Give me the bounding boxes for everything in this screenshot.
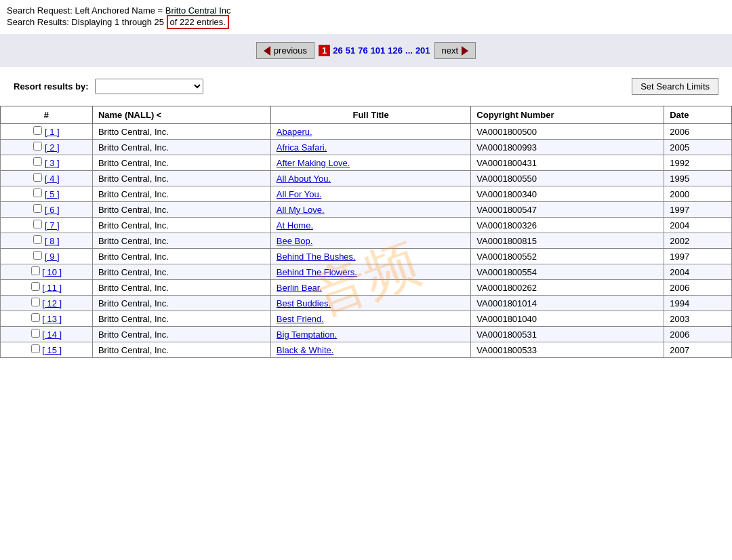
row-title-link[interactable]: Behind The Flowers. — [277, 267, 357, 277]
row-title-cell: Berlin Bear. — [270, 280, 470, 296]
next-button[interactable]: next — [434, 42, 476, 59]
row-title-link[interactable]: Behind The Bushes. — [277, 252, 356, 262]
row-title-link[interactable]: Africa Safari. — [277, 142, 327, 153]
table-row: [ 13 ]Britto Central, Inc.Best Friend.VA… — [1, 311, 732, 327]
page-126[interactable]: 126 — [388, 45, 403, 56]
row-num-cell: [ 5 ] — [1, 186, 93, 202]
page-1[interactable]: 1 — [319, 45, 330, 56]
row-title-link[interactable]: All About You. — [277, 174, 331, 184]
row-checkbox[interactable] — [33, 142, 42, 151]
row-checkbox[interactable] — [31, 282, 40, 291]
row-num-link[interactable]: [ 15 ] — [42, 345, 62, 355]
page-101[interactable]: 101 — [371, 45, 386, 56]
page-26[interactable]: 26 — [333, 45, 342, 56]
row-num-link[interactable]: [ 11 ] — [42, 283, 62, 293]
row-name-cell: Britto Central, Inc. — [92, 264, 270, 280]
row-checkbox[interactable] — [33, 251, 42, 260]
row-date-cell: 2004 — [664, 264, 732, 280]
row-title-cell: All My Love. — [270, 202, 470, 218]
col-header-num: # — [1, 106, 93, 124]
ellipsis: ... — [405, 45, 413, 56]
row-title-link[interactable]: Abaperu. — [277, 127, 312, 137]
prev-button[interactable]: previous — [256, 42, 314, 59]
row-num-link[interactable]: [ 4 ] — [45, 174, 60, 184]
row-num-link[interactable]: [ 7 ] — [45, 220, 60, 231]
page-numbers: 1 26 51 76 101 126 ... 201 — [317, 45, 432, 56]
row-title-cell: At Home. — [270, 218, 470, 233]
table-row: [ 7 ]Britto Central, Inc.At Home.VA00018… — [1, 218, 732, 233]
row-copyright-cell: VA0001800547 — [471, 202, 664, 218]
row-title-link[interactable]: Big Temptation. — [277, 329, 337, 340]
row-title-link[interactable]: Berlin Bear. — [277, 283, 322, 293]
row-num-link[interactable]: [ 9 ] — [45, 252, 60, 262]
row-title-link[interactable]: Black & White. — [277, 345, 334, 355]
row-checkbox[interactable] — [33, 220, 42, 228]
row-name-cell: Britto Central, Inc. — [92, 202, 270, 218]
row-title-link[interactable]: Best Buddies. — [277, 298, 331, 308]
table-row: [ 6 ]Britto Central, Inc.All My Love.VA0… — [1, 202, 732, 218]
resort-bar: Resort results by: Name Title Copyright … — [0, 71, 732, 102]
row-checkbox[interactable] — [33, 173, 42, 182]
row-checkbox[interactable] — [33, 126, 42, 135]
row-checkbox[interactable] — [33, 204, 42, 213]
row-num-link[interactable]: [ 3 ] — [45, 158, 60, 168]
row-title-cell: Best Friend. — [270, 311, 470, 327]
page-51[interactable]: 51 — [346, 45, 355, 56]
row-copyright-cell: VA0001800531 — [471, 327, 664, 342]
row-checkbox[interactable] — [31, 266, 40, 275]
table-row: [ 12 ]Britto Central, Inc.Best Buddies.V… — [1, 296, 732, 311]
row-num-link[interactable]: [ 13 ] — [42, 314, 62, 324]
next-label: next — [442, 45, 459, 56]
row-num-link[interactable]: [ 12 ] — [42, 298, 62, 308]
row-copyright-cell: VA0001800326 — [471, 218, 664, 233]
row-title-link[interactable]: All For You. — [277, 189, 322, 199]
row-num-cell: [ 9 ] — [1, 249, 93, 264]
row-title-cell: All For You. — [270, 186, 470, 202]
row-num-link[interactable]: [ 8 ] — [45, 236, 60, 246]
row-num-cell: [ 8 ] — [1, 233, 93, 249]
row-title-cell: Behind The Bushes. — [270, 249, 470, 264]
row-title-cell: All About You. — [270, 171, 470, 186]
table-row: [ 15 ]Britto Central, Inc.Black & White.… — [1, 342, 732, 358]
row-num-cell: [ 12 ] — [1, 296, 93, 311]
row-copyright-cell: VA0001800533 — [471, 342, 664, 358]
row-checkbox[interactable] — [33, 235, 42, 244]
col-header-copyright: Copyright Number — [471, 106, 664, 124]
row-num-link[interactable]: [ 6 ] — [45, 205, 60, 215]
resort-select[interactable]: Name Title Copyright Number Date — [95, 79, 203, 94]
row-num-link[interactable]: [ 1 ] — [45, 127, 60, 137]
row-title-cell: Black & White. — [270, 342, 470, 358]
row-num-cell: [ 14 ] — [1, 327, 93, 342]
row-checkbox[interactable] — [31, 344, 40, 353]
row-checkbox[interactable] — [33, 188, 42, 197]
row-num-link[interactable]: [ 10 ] — [42, 267, 62, 277]
set-search-limits-button[interactable]: Set Search Limits — [632, 78, 718, 95]
row-title-link[interactable]: Bee Bop. — [277, 236, 313, 246]
row-num-link[interactable]: [ 14 ] — [42, 329, 62, 340]
col-header-name: Name (NALL) < — [92, 106, 270, 124]
row-checkbox[interactable] — [31, 313, 40, 322]
row-title-link[interactable]: All My Love. — [277, 205, 325, 215]
row-name-cell: Britto Central, Inc. — [92, 249, 270, 264]
row-name-cell: Britto Central, Inc. — [92, 155, 270, 171]
page-76[interactable]: 76 — [358, 45, 367, 56]
results-prefix: Search Results: Displaying 1 through 25 — [7, 17, 167, 27]
row-title-link[interactable]: After Making Love. — [277, 158, 350, 168]
row-name-cell: Britto Central, Inc. — [92, 186, 270, 202]
row-num-cell: [ 4 ] — [1, 171, 93, 186]
row-title-cell: Best Buddies. — [270, 296, 470, 311]
row-checkbox[interactable] — [31, 329, 40, 338]
row-copyright-cell: VA0001801040 — [471, 311, 664, 327]
row-checkbox[interactable] — [33, 157, 42, 166]
row-num-link[interactable]: [ 2 ] — [45, 142, 60, 153]
row-checkbox[interactable] — [31, 298, 40, 306]
row-title-link[interactable]: At Home. — [277, 220, 313, 231]
row-date-cell: 2005 — [664, 140, 732, 155]
page-201[interactable]: 201 — [415, 45, 430, 56]
row-title-link[interactable]: Best Friend. — [277, 314, 324, 324]
row-name-cell: Britto Central, Inc. — [92, 280, 270, 296]
row-date-cell: 2006 — [664, 327, 732, 342]
row-name-cell: Britto Central, Inc. — [92, 218, 270, 233]
row-copyright-cell: VA0001800500 — [471, 124, 664, 140]
row-num-link[interactable]: [ 5 ] — [45, 189, 60, 199]
